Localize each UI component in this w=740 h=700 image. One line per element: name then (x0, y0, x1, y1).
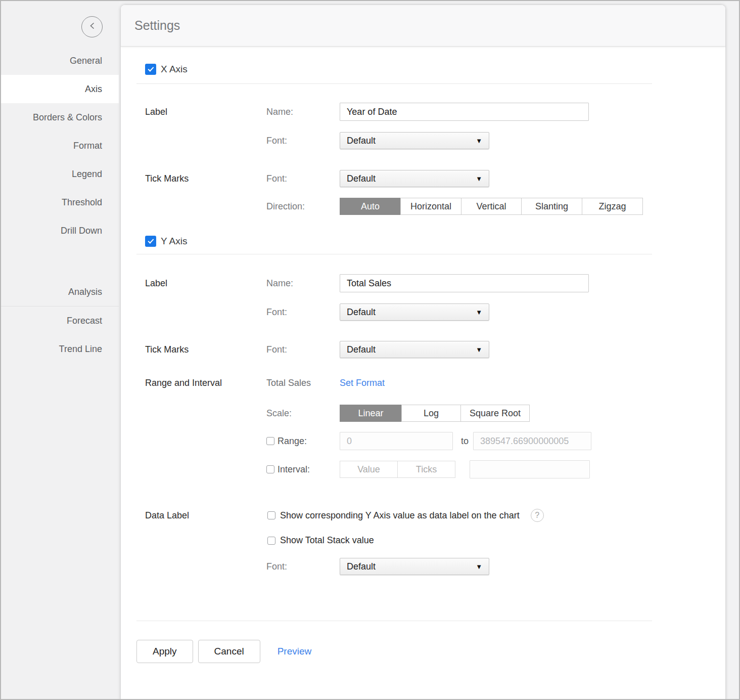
y-axis-tick-font-dropdown[interactable]: Default ▼ (340, 341, 489, 358)
x-axis-font-label: Font: (266, 136, 340, 146)
range-to-label: to (461, 436, 469, 447)
page-title: Settings (121, 18, 180, 33)
dropdown-arrow-icon: ▼ (476, 137, 482, 145)
range-interval-header-row: Range and Interval Total Sales Set Forma… (145, 378, 725, 388)
scale-option-log[interactable]: Log (401, 405, 461, 422)
range-field-name: Total Sales (266, 378, 340, 388)
sidebar-item-format[interactable]: Format (1, 132, 119, 160)
chevron-left-icon (89, 22, 96, 32)
interval-option-ticks: Ticks (397, 461, 455, 478)
y-axis-tick-font-label: Font: (266, 344, 340, 355)
y-axis-divider (136, 254, 652, 254)
x-axis-name-label: Name: (266, 107, 340, 117)
x-axis-font-row: Font: Default ▼ (145, 132, 725, 149)
sidebar-item-axis[interactable]: Axis (1, 75, 119, 103)
direction-option-zigzag[interactable]: Zigzag (582, 198, 643, 215)
x-axis-tick-font-label: Font: (266, 173, 340, 184)
check-icon (148, 66, 154, 72)
direction-segmented-control: Auto Horizontal Vertical Slanting Zigzag (340, 198, 643, 215)
show-y-value-label: Show corresponding Y Axis value as data … (280, 510, 520, 521)
interval-segmented-control: Value Ticks (340, 461, 455, 478)
sidebar-item-drill-down[interactable]: Drill Down (1, 216, 119, 245)
x-axis-font-value: Default (347, 136, 376, 146)
dropdown-arrow-icon: ▼ (476, 175, 482, 183)
sidebar-item-borders-colors[interactable]: Borders & Colors (1, 103, 119, 132)
x-axis-tick-font-dropdown[interactable]: Default ▼ (340, 170, 489, 187)
y-axis-font-row: Font: Default ▼ (145, 303, 725, 321)
y-axis-tick-font-value: Default (347, 344, 376, 355)
data-label-row-2: Show Total Stack value (145, 535, 725, 546)
help-icon[interactable]: ? (531, 509, 544, 522)
y-axis-checkbox[interactable] (145, 236, 156, 247)
check-icon (148, 238, 154, 244)
preview-link[interactable]: Preview (278, 646, 312, 657)
data-label-font-label: Font: (266, 561, 340, 572)
sidebar-item-legend[interactable]: Legend (1, 160, 119, 188)
interval-label: Interval: (278, 464, 310, 475)
scale-row: Scale: Linear Log Square Root (145, 405, 725, 422)
range-label: Range: (278, 436, 307, 447)
settings-panel: Settings X Axis Label Name: Font: Defaul… (121, 5, 725, 700)
interval-value-input (470, 460, 590, 478)
cancel-button[interactable]: Cancel (198, 640, 260, 663)
show-y-value-checkbox[interactable] (267, 511, 275, 519)
scale-segmented-control: Linear Log Square Root (340, 405, 530, 422)
apply-button[interactable]: Apply (136, 640, 193, 663)
y-axis-font-dropdown[interactable]: Default ▼ (340, 303, 489, 321)
y-axis-font-label: Font: (266, 307, 340, 318)
y-axis-name-label: Name: (266, 278, 340, 289)
y-axis-name-input[interactable] (340, 274, 589, 292)
direction-option-vertical[interactable]: Vertical (461, 198, 522, 215)
direction-option-horizontal[interactable]: Horizontal (400, 198, 461, 215)
sidebar-item-general[interactable]: General (1, 47, 119, 75)
show-total-stack-checkbox[interactable] (267, 537, 275, 545)
set-format-link[interactable]: Set Format (340, 378, 385, 388)
range-from-input (340, 432, 453, 450)
x-axis-tick-font-value: Default (347, 173, 376, 184)
y-axis-tick-font-row: Tick Marks Font: Default ▼ (145, 341, 725, 358)
data-label-font-value: Default (347, 561, 376, 572)
axis-settings-form: X Axis Label Name: Font: Default ▼ Tick … (121, 47, 725, 663)
scale-option-square-root[interactable]: Square Root (460, 405, 530, 422)
footer-actions: Apply Cancel Preview (136, 640, 725, 663)
y-axis-toggle-row: Y Axis (145, 236, 725, 247)
direction-label: Direction: (266, 201, 340, 212)
dropdown-arrow-icon: ▼ (476, 346, 482, 354)
data-label-font-row: Font: Default ▼ (145, 558, 725, 575)
x-axis-label-section: Label (145, 107, 266, 117)
x-axis-tick-section: Tick Marks (145, 173, 266, 184)
data-label-row-1: Data Label Show corresponding Y Axis val… (145, 509, 725, 522)
y-axis-name-row: Label Name: (145, 274, 725, 292)
scale-option-linear[interactable]: Linear (340, 405, 402, 422)
direction-option-slanting[interactable]: Slanting (521, 198, 582, 215)
settings-header: Settings (121, 5, 725, 47)
interval-checkbox[interactable] (266, 465, 274, 473)
x-axis-direction-row: Direction: Auto Horizontal Vertical Slan… (145, 198, 725, 215)
dropdown-arrow-icon: ▼ (476, 563, 482, 571)
direction-option-auto[interactable]: Auto (340, 198, 401, 215)
x-axis-name-input[interactable] (340, 103, 589, 121)
x-axis-checkbox[interactable] (145, 64, 156, 75)
interval-option-value: Value (340, 461, 398, 478)
y-axis-title: Y Axis (161, 236, 187, 247)
x-axis-toggle-row: X Axis (145, 64, 725, 75)
back-button[interactable] (81, 16, 103, 37)
x-axis-divider (136, 83, 652, 84)
range-row: Range: to (145, 432, 725, 450)
sidebar-nav: General Axis Borders & Colors Format Leg… (1, 1, 119, 363)
settings-sidebar: General Axis Borders & Colors Format Leg… (1, 1, 119, 699)
x-axis-name-row: Label Name: (145, 103, 725, 121)
sidebar-item-trend-line[interactable]: Trend Line (1, 335, 119, 363)
sidebar-item-threshold[interactable]: Threshold (1, 188, 119, 216)
x-axis-font-dropdown[interactable]: Default ▼ (340, 132, 489, 149)
x-axis-tick-font-row: Tick Marks Font: Default ▼ (145, 170, 725, 187)
sidebar-item-forecast[interactable]: Forecast (1, 307, 119, 335)
dropdown-arrow-icon: ▼ (476, 309, 482, 316)
interval-row: Interval: Value Ticks (145, 460, 725, 478)
sidebar-section-analysis: Analysis (1, 286, 119, 297)
y-axis-tick-section: Tick Marks (145, 344, 266, 355)
data-label-section: Data Label (145, 510, 266, 521)
range-checkbox[interactable] (266, 437, 274, 445)
y-axis-label-section: Label (145, 278, 266, 289)
data-label-font-dropdown[interactable]: Default ▼ (340, 558, 489, 575)
